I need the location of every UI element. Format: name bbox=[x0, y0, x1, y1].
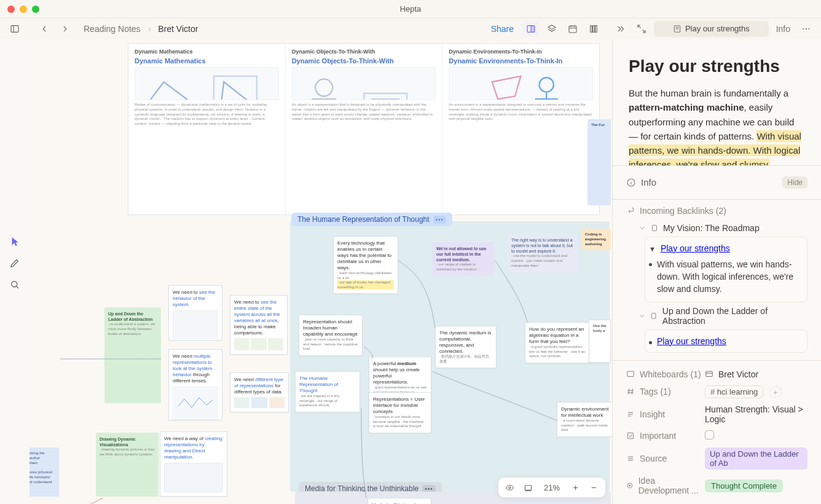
meta-whiteboards-value[interactable]: Bret Victor bbox=[705, 369, 807, 379]
meta-idea-key: Idea Development ... bbox=[626, 476, 705, 495]
svg-rect-44 bbox=[627, 371, 634, 376]
expand-panel-button[interactable] bbox=[633, 21, 650, 37]
window-title: Hepta bbox=[0, 4, 821, 14]
card-medium[interactable]: The dynamic medium is computational, res… bbox=[435, 326, 497, 368]
panel-tab[interactable]: Play our strengths bbox=[654, 21, 769, 37]
svg-rect-23 bbox=[214, 76, 257, 100]
svg-point-32 bbox=[506, 485, 513, 490]
meta-important-value[interactable] bbox=[705, 430, 807, 441]
sticky-ladder[interactable]: Up and Down the Ladder of Abstraction · … bbox=[104, 307, 161, 403]
doc-col-3: Dynamic Environments-To-Think-In Dynamic… bbox=[442, 44, 599, 215]
tool-rail bbox=[0, 39, 29, 504]
card-datatypes[interactable]: We need different type of representation… bbox=[230, 372, 289, 412]
svg-rect-12 bbox=[595, 25, 597, 32]
meta-idea-value[interactable]: Thought Complete bbox=[705, 479, 807, 492]
card-humane[interactable]: The Humane Representation of Thought · w… bbox=[295, 371, 360, 412]
backlink-item[interactable]: Up and Down the Ladder of Abstraction bbox=[626, 302, 807, 329]
svg-rect-43 bbox=[652, 313, 656, 318]
card-direct-draw[interactable]: We need a way of creating representation… bbox=[160, 431, 227, 497]
svg-point-24 bbox=[315, 79, 332, 96]
backlink-preview: ▼ Play our strengths With visual pattern… bbox=[645, 237, 807, 302]
preview-icon[interactable] bbox=[502, 480, 518, 495]
reference-document[interactable]: Dynamic Mathematics Dynamic Mathematics … bbox=[128, 43, 600, 215]
svg-point-18 bbox=[803, 28, 804, 29]
meta-important-key: Important bbox=[626, 431, 705, 441]
breadcrumb-current[interactable]: Bret Victor bbox=[154, 22, 202, 36]
card-ui[interactable]: Representations = User Interface for inv… bbox=[369, 392, 431, 433]
card-coding[interactable]: Coding is engineering authoring bbox=[581, 229, 611, 250]
zoom-out-button[interactable] bbox=[586, 480, 602, 495]
card-tech[interactable]: Every technology that enables us in cert… bbox=[333, 236, 398, 294]
nav-forward-button[interactable] bbox=[57, 21, 74, 37]
share-button[interactable]: Share bbox=[486, 22, 519, 36]
panel-tab-title: Play our strengths bbox=[685, 24, 750, 33]
note-title[interactable]: Play our strengths bbox=[629, 57, 805, 76]
card-behavior[interactable]: We need to see the behavior of the syste… bbox=[168, 285, 222, 341]
card-alg[interactable]: How do you represent an algebraic equati… bbox=[525, 322, 591, 363]
meta-tags-value[interactable]: # hci learning ＋ bbox=[705, 385, 807, 399]
toolbar: Reading Notes › Bret Victor Share Play o… bbox=[0, 18, 821, 39]
nav-back-button[interactable] bbox=[36, 21, 53, 37]
backlink-ref[interactable]: Play our strengths bbox=[657, 336, 726, 346]
card-env[interactable]: Dynamic environment for intellectual wor… bbox=[557, 402, 612, 437]
sticky-draw[interactable]: Drawing Dynamic Visualizations · drawing… bbox=[96, 433, 159, 497]
meta-insight-key: Insight bbox=[626, 409, 705, 419]
svg-rect-54 bbox=[627, 433, 633, 438]
meta-source-value[interactable]: Up and Down the Ladder of Ab bbox=[705, 447, 807, 470]
library-icon[interactable] bbox=[585, 21, 602, 37]
zoom-value[interactable]: 21% bbox=[539, 483, 565, 492]
svg-line-14 bbox=[642, 30, 645, 33]
checkbox[interactable] bbox=[705, 430, 714, 439]
disclosure-icon[interactable]: ▼ bbox=[649, 243, 656, 253]
pill-label: The Humane Representation of Thought bbox=[297, 215, 430, 224]
meta-insight-value[interactable]: Human Strength: Visual > Logic bbox=[705, 404, 807, 424]
svg-line-13 bbox=[638, 25, 641, 28]
hide-button[interactable]: Hide bbox=[782, 176, 807, 189]
card-rep[interactable]: Representation should broaden human capa… bbox=[299, 315, 363, 356]
sticky-frag-left[interactable]: nking the author them ures (physical ile… bbox=[29, 447, 59, 497]
doc-col-header: Dynamic Mathematics bbox=[135, 49, 279, 55]
backlinks-section: Incoming Backlinks (2) My Vision: The Ro… bbox=[613, 199, 821, 358]
breadcrumb-separator: › bbox=[148, 24, 151, 34]
pill-menu-icon[interactable]: ••• bbox=[433, 216, 447, 224]
card-state[interactable]: We need to see the entire state of the s… bbox=[230, 295, 288, 355]
search-tool[interactable] bbox=[9, 279, 20, 292]
breadcrumb: Reading Notes › Bret Victor bbox=[80, 22, 202, 36]
svg-rect-42 bbox=[653, 225, 657, 230]
card-intellect[interactable]: We're not allowed to use our full intell… bbox=[433, 242, 494, 276]
tag-chip[interactable]: # hci learning bbox=[705, 385, 763, 398]
cursor-tool[interactable] bbox=[9, 236, 20, 249]
view-split-button[interactable] bbox=[522, 21, 540, 37]
add-tag-button[interactable]: ＋ bbox=[769, 386, 782, 398]
card-right-way[interactable]: The right way is to understand a system … bbox=[508, 234, 578, 272]
more-button[interactable] bbox=[798, 21, 815, 37]
svg-rect-0 bbox=[11, 25, 18, 32]
calendar-icon[interactable] bbox=[564, 21, 581, 37]
svg-rect-4 bbox=[531, 25, 535, 32]
collapse-panel-button[interactable] bbox=[612, 21, 629, 37]
bullet-icon bbox=[649, 263, 652, 266]
info-section: Info Hide bbox=[613, 165, 821, 199]
info-button[interactable]: Info bbox=[772, 22, 794, 36]
card-lenses[interactable]: We need multiple representations to look… bbox=[168, 349, 222, 420]
backlink-item[interactable]: My Vision: The Roadmap bbox=[626, 219, 807, 237]
whiteboard-canvas[interactable]: Dynamic Mathematics Dynamic Mathematics … bbox=[29, 39, 612, 504]
pen-tool[interactable] bbox=[9, 258, 20, 270]
svg-line-48 bbox=[632, 389, 632, 395]
backlinks-header[interactable]: Incoming Backlinks (2) bbox=[626, 202, 807, 219]
card-body[interactable]: Use the body a bbox=[589, 320, 611, 363]
section-pill-humane[interactable]: The Humane Representation of Thought ••• bbox=[291, 213, 452, 226]
note-paragraph-1[interactable]: But the human brain is fundamentally a p… bbox=[629, 86, 805, 165]
card-media[interactable]: Media for Thinking the Unthinkable bbox=[367, 498, 431, 504]
card-future[interactable]: The Fut bbox=[587, 119, 611, 205]
zoom-in-button[interactable] bbox=[567, 480, 583, 495]
svg-point-59 bbox=[629, 485, 630, 487]
fit-icon[interactable] bbox=[520, 480, 536, 495]
toggle-sidebar-button[interactable] bbox=[6, 21, 23, 37]
side-panel: Play our strengths But the human brain i… bbox=[612, 39, 821, 504]
backlink-ref[interactable]: Play our strengths bbox=[661, 243, 730, 253]
layers-icon[interactable] bbox=[543, 21, 560, 37]
svg-rect-10 bbox=[591, 25, 592, 32]
breadcrumb-parent[interactable]: Reading Notes bbox=[80, 22, 144, 36]
doc-col-title: Dynamic Mathematics bbox=[135, 57, 279, 65]
